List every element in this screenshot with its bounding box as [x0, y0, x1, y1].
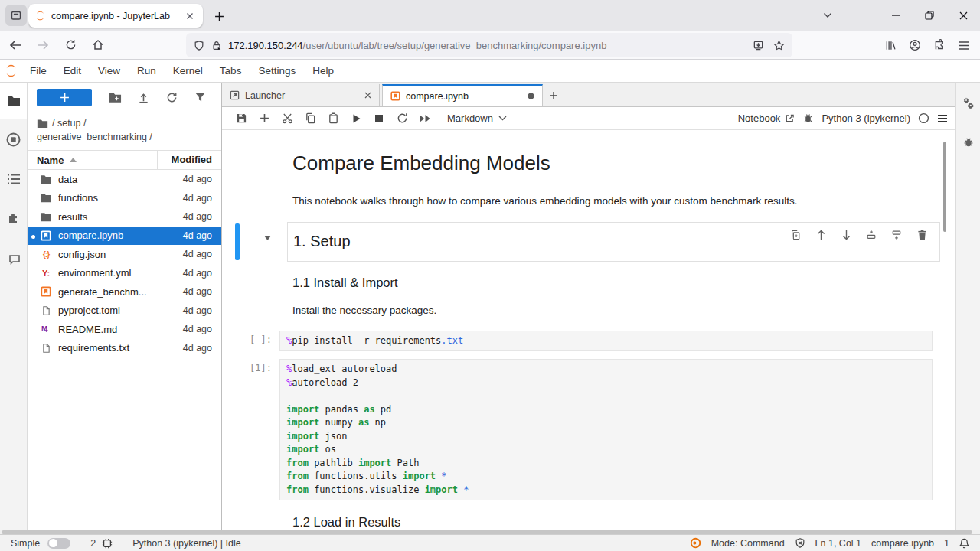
file-row[interactable]: results4d ago	[28, 207, 221, 227]
add-tab-button[interactable]	[543, 84, 564, 106]
dirty-dot-icon[interactable]	[528, 93, 534, 99]
reload-button[interactable]	[58, 34, 83, 57]
property-inspector-icon[interactable]	[962, 96, 975, 110]
sidebar-item-filebrowser[interactable]	[0, 83, 27, 119]
restart-run-all-button[interactable]	[413, 109, 436, 129]
kernel-name-label[interactable]: Python 3 (ipykernel)	[822, 112, 910, 124]
new-launcher-button[interactable]	[37, 89, 92, 106]
add-cell-button[interactable]	[253, 109, 276, 129]
upload-button[interactable]	[129, 88, 158, 106]
orange-status-icon[interactable]	[690, 537, 701, 549]
debugger-bug-icon[interactable]	[962, 136, 975, 148]
run-cell-button[interactable]	[345, 109, 368, 129]
trust-shield-icon[interactable]	[795, 537, 805, 549]
menu-item-tabs[interactable]: Tabs	[211, 60, 250, 83]
file-row[interactable]: requirements.txt4d ago	[28, 339, 221, 358]
code-cell[interactable]: [1]:%load_ext autoreload%autoreload 2 im…	[222, 359, 956, 500]
notebook-tools-label[interactable]: Notebook	[738, 112, 781, 124]
sidebar-item-chat[interactable]	[0, 239, 27, 279]
menu-item-view[interactable]: View	[90, 60, 129, 83]
account-icon[interactable]	[909, 39, 921, 51]
tab-compare-ipynb[interactable]: compare.ipynb	[382, 84, 543, 106]
shield-icon[interactable]	[194, 40, 204, 51]
extensions-icon[interactable]	[933, 39, 946, 51]
sidebar-toggle-button[interactable]	[5, 5, 27, 26]
move-cell-down-button[interactable]	[839, 228, 853, 242]
url-bar[interactable]: 172.190.150.244/user/ubuntu/lab/tree/set…	[186, 33, 792, 57]
file-row[interactable]: {:}config.json4d ago	[28, 245, 221, 264]
file-row[interactable]: functions4d ago	[28, 189, 221, 208]
sidebar-item-running[interactable]	[0, 119, 27, 159]
column-name-header[interactable]: Name	[37, 155, 64, 166]
back-button[interactable]	[3, 34, 28, 57]
file-row[interactable]: compare.ipynb4d ago	[28, 227, 221, 246]
delete-cell-button[interactable]	[915, 228, 929, 242]
command-mode-indicator[interactable]: Mode: Command	[711, 538, 785, 549]
new-folder-button[interactable]	[101, 88, 129, 106]
paste-cells-button[interactable]	[322, 109, 345, 129]
external-link-icon[interactable]	[785, 113, 795, 123]
cell-type-dropdown[interactable]: Markdown	[447, 112, 507, 124]
markdown-cell-setup[interactable]: 1. Setup	[287, 222, 940, 262]
breadcrumb[interactable]: / setup / generative_benchmarking /	[28, 112, 221, 147]
cell-editor[interactable]: %load_ext autoreload%autoreload 2 import…	[279, 359, 933, 500]
move-cell-up-button[interactable]	[814, 228, 828, 242]
file-row[interactable]: MREADME.md4d ago	[28, 320, 221, 339]
copy-cells-button[interactable]	[299, 109, 322, 129]
cell-collapser[interactable]	[235, 223, 240, 260]
refresh-button[interactable]	[158, 88, 186, 106]
browser-tab[interactable]: compare.ipynb - JupyterLab	[28, 4, 203, 28]
breadcrumb-segment[interactable]: / setup /	[52, 116, 86, 130]
filter-icon[interactable]	[186, 88, 214, 106]
simple-mode-toggle[interactable]	[47, 538, 70, 549]
library-icon[interactable]	[884, 40, 897, 51]
menu-item-run[interactable]: Run	[129, 60, 165, 83]
kernels-count[interactable]: 2	[90, 538, 96, 549]
kernel-status-icon[interactable]	[918, 112, 929, 124]
duplicate-cell-button[interactable]	[789, 228, 802, 242]
save-page-icon[interactable]	[753, 40, 764, 51]
home-button[interactable]	[86, 34, 110, 57]
breadcrumb-segment[interactable]: generative_benchmarking /	[37, 130, 221, 144]
menu-item-help[interactable]: Help	[304, 60, 342, 83]
cell-editor[interactable]: %pip install -r requirements.txt	[279, 331, 933, 351]
insert-cell-above-button[interactable]	[864, 228, 878, 242]
menu-item-kernel[interactable]: Kernel	[165, 60, 211, 83]
restart-kernel-button[interactable]	[390, 109, 413, 129]
restore-button[interactable]	[913, 0, 946, 31]
cursor-position[interactable]: Ln 1, Col 1	[815, 538, 861, 549]
sidebar-item-extensions[interactable]	[0, 199, 27, 239]
insert-cell-below-button[interactable]	[890, 228, 903, 242]
sidebar-item-toc[interactable]	[0, 159, 27, 199]
close-window-button[interactable]	[946, 0, 980, 31]
save-button[interactable]	[230, 109, 253, 129]
lock-warning-icon[interactable]	[211, 40, 222, 51]
notebook-menu-icon[interactable]	[937, 114, 948, 123]
tab-close-icon[interactable]	[183, 11, 197, 21]
debugger-bug-icon[interactable]	[802, 112, 814, 124]
minimize-button[interactable]	[879, 0, 913, 31]
menu-hamburger-icon[interactable]	[958, 41, 969, 51]
file-row[interactable]: pyproject.toml4d ago	[28, 302, 221, 321]
cut-cells-button[interactable]	[276, 109, 299, 129]
menu-item-settings[interactable]: Settings	[250, 60, 304, 83]
kernel-status-text[interactable]: Python 3 (ipykernel) | Idle	[132, 538, 241, 549]
kernel-chip-icon[interactable]	[102, 538, 113, 549]
new-tab-button[interactable]	[210, 7, 228, 25]
file-row[interactable]: data4d ago	[28, 170, 221, 189]
code-cell[interactable]: [ ]:%pip install -r requirements.txt	[222, 331, 956, 351]
file-row[interactable]: Y:environment.yml4d ago	[28, 264, 221, 283]
notebook-scrollbar[interactable]	[943, 142, 946, 232]
menu-item-edit[interactable]: Edit	[55, 60, 90, 83]
bookmark-star-icon[interactable]	[773, 40, 785, 51]
url-text[interactable]: 172.190.150.244/user/ubuntu/lab/tree/set…	[228, 40, 746, 51]
collapse-caret-icon[interactable]	[264, 236, 271, 240]
stop-kernel-button[interactable]	[368, 109, 390, 129]
tab-launcher[interactable]: Launcher	[222, 84, 380, 106]
tab-list-chevron-icon[interactable]	[818, 6, 838, 24]
bell-icon[interactable]	[959, 538, 969, 549]
menu-item-file[interactable]: File	[21, 60, 55, 83]
column-modified-header[interactable]: Modified	[157, 150, 221, 170]
forward-button[interactable]	[31, 34, 55, 57]
close-icon[interactable]	[364, 92, 371, 99]
